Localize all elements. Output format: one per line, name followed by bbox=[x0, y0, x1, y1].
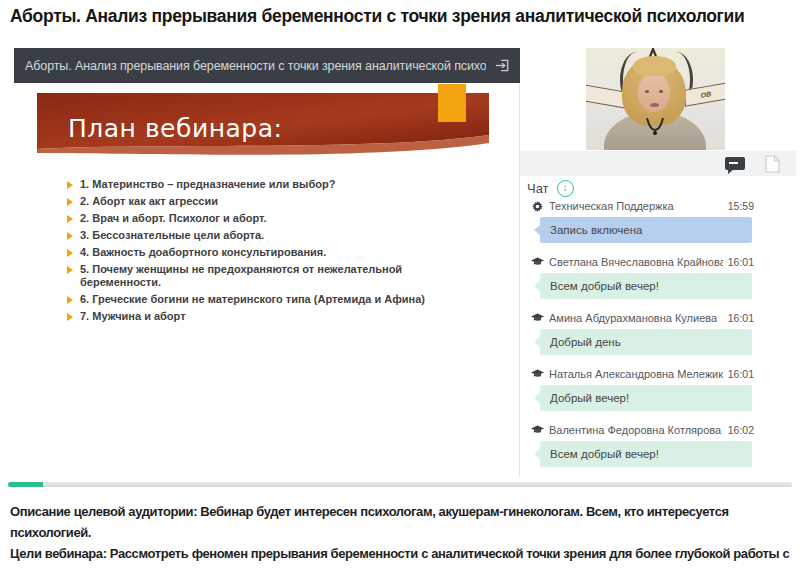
speaker-video[interactable]: ОВ bbox=[586, 48, 725, 150]
audience-description: Описание целевой аудитории: Вебинар буде… bbox=[10, 501, 796, 543]
chat-message: Техническая Поддержка15:59Запись включен… bbox=[528, 200, 754, 243]
speaker-mouth bbox=[650, 103, 659, 107]
chat-author: Валентина Федоровна Котлярова bbox=[549, 424, 721, 436]
webinar-page: Аборты. Анализ прерывания беременности с… bbox=[0, 0, 800, 569]
graduation-cap-icon bbox=[531, 369, 544, 379]
chat-timestamp: 16:01 bbox=[728, 256, 754, 268]
gear-icon bbox=[531, 201, 544, 212]
chat-text: Запись включена bbox=[550, 224, 642, 236]
chat-message-header: Светлана Вячеславовна Крайнова16:01 bbox=[528, 256, 754, 268]
graduation-cap-icon bbox=[531, 257, 544, 267]
chat-message-header: Наталья Александровна Мележик16:01 bbox=[528, 368, 754, 380]
chat-bubble: Всем добрый вечер! bbox=[540, 273, 752, 299]
slide-title: План вебинара: bbox=[68, 114, 282, 143]
speaker-bangs bbox=[633, 56, 676, 76]
panel-divider bbox=[519, 83, 520, 477]
chat-bubble: Добрый день bbox=[540, 329, 752, 355]
speaker-eye bbox=[659, 90, 663, 93]
chat-text: Добрый день bbox=[550, 336, 621, 348]
page-description: Описание целевой аудитории: Вебинар буде… bbox=[10, 501, 796, 569]
chat-message: Валентина Федоровна Котлярова16:02Всем д… bbox=[528, 424, 754, 467]
progress-bar[interactable] bbox=[8, 482, 792, 487]
chat-message: Светлана Вячеславовна Крайнова16:01Всем … bbox=[528, 256, 754, 299]
chat-author: Светлана Вячеславовна Крайнова bbox=[549, 256, 723, 268]
chat-timestamp: 16:01 bbox=[728, 312, 754, 324]
scroll-down-icon[interactable]: ↓ bbox=[557, 180, 574, 197]
chat-icon[interactable] bbox=[725, 157, 745, 170]
slide-bullet-item: 3. Бессознательные цели аборта. bbox=[67, 229, 435, 242]
document-icon[interactable] bbox=[765, 155, 780, 173]
slide-bullet-list: 1. Материнство – предназначение или выбо… bbox=[67, 178, 477, 327]
player-header-title: Аборты. Анализ прерывания беременности с… bbox=[25, 59, 486, 73]
chat-message-header: Валентина Федоровна Котлярова16:02 bbox=[528, 424, 754, 436]
slide-bullet-item: 5. Почему женщины не предохраняются от н… bbox=[67, 263, 435, 289]
player-header: Аборты. Анализ прерывания беременности с… bbox=[14, 48, 520, 83]
chat-author: Амина Абдурахмановна Кулиева bbox=[549, 312, 717, 324]
chat-message-header: Техническая Поддержка15:59 bbox=[528, 200, 754, 212]
chat-text: Всем добрый вечер! bbox=[550, 448, 659, 460]
slide-banner: План вебинара: bbox=[37, 93, 489, 159]
exit-fullscreen-icon[interactable] bbox=[494, 57, 511, 74]
chat-timestamp: 15:59 bbox=[728, 200, 754, 212]
chat-bubble: Всем добрый вечер! bbox=[540, 441, 752, 467]
chat-timestamp: 16:01 bbox=[728, 368, 754, 380]
chat-header: Чат ↓ bbox=[527, 180, 574, 197]
slide-bullet-item: 2. Врач и аборт. Психолог и аборт. bbox=[67, 212, 435, 225]
slide-bullet-item: 4. Важность доабортного консультирования… bbox=[67, 246, 435, 259]
chat-timestamp: 16:02 bbox=[728, 424, 754, 436]
graduation-cap-icon bbox=[531, 313, 544, 323]
chat-bubble: Запись включена bbox=[540, 217, 752, 243]
chat-text: Добрый вечер! bbox=[550, 392, 629, 404]
chat-message: Наталья Александровна Мележик16:01Добрый… bbox=[528, 368, 754, 411]
chat-title: Чат bbox=[527, 181, 549, 196]
chat-message: Амина Абдурахмановна Кулиева16:01Добрый … bbox=[528, 312, 754, 355]
slide: План вебинара: 1. Материнство – предназн… bbox=[14, 83, 517, 477]
page-title: Аборты. Анализ прерывания беременности с… bbox=[10, 5, 794, 28]
chat-author: Наталья Александровна Мележик bbox=[549, 368, 723, 380]
slide-bullet-item: 2. Аборт как акт агрессии bbox=[67, 195, 435, 208]
chat-messages: Техническая Поддержка15:59Запись включен… bbox=[528, 200, 754, 480]
slide-bullet-item: 7. Мужчина и аборт bbox=[67, 310, 435, 323]
goals-description: Цели вебинара: Рассмотреть феномен преры… bbox=[10, 543, 796, 569]
chat-message-header: Амина Абдурахмановна Кулиева16:01 bbox=[528, 312, 754, 324]
progress-fill bbox=[8, 482, 43, 487]
speaker-eye bbox=[645, 90, 649, 93]
chat-author: Техническая Поддержка bbox=[549, 200, 674, 212]
slide-bullet-item: 6. Греческие богини не материнского типа… bbox=[67, 293, 435, 306]
graduation-cap-icon bbox=[531, 425, 544, 435]
slide-orange-accent bbox=[438, 84, 466, 122]
slide-bullet-item: 1. Материнство – предназначение или выбо… bbox=[67, 178, 435, 191]
panel-toolbar bbox=[520, 151, 796, 176]
chat-text: Всем добрый вечер! bbox=[550, 280, 659, 292]
chat-bubble: Добрый вечер! bbox=[540, 385, 752, 411]
